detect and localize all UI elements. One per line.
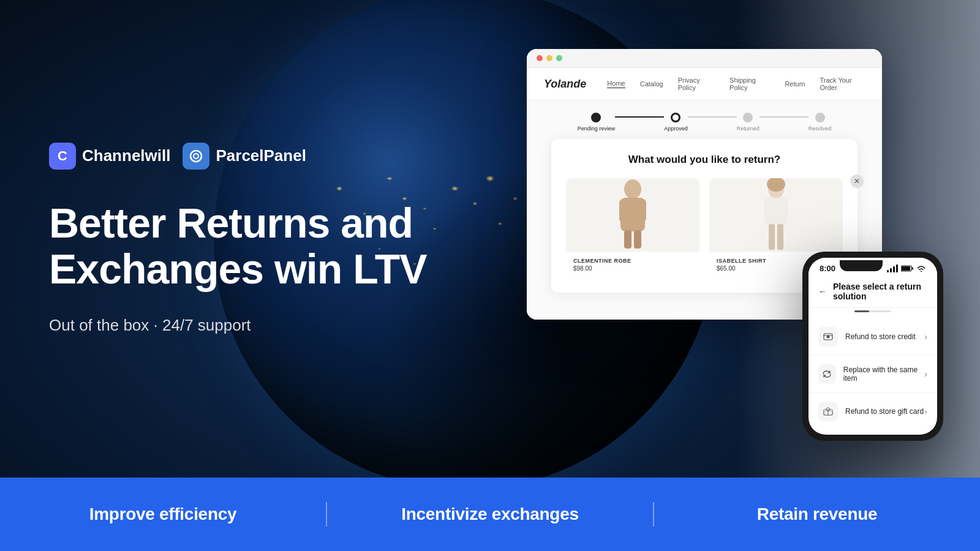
progress-line-1 bbox=[615, 116, 664, 118]
phone-time: 8:00 bbox=[820, 264, 835, 273]
bottom-label-revenue: Retain revenue bbox=[757, 504, 878, 524]
progress-line-3 bbox=[760, 116, 809, 118]
phone-status-bar: 8:00 bbox=[809, 258, 937, 276]
browser-dot-green bbox=[556, 55, 562, 61]
step-dot-resolved bbox=[815, 113, 825, 122]
parcelpanel-icon bbox=[183, 143, 209, 170]
option-store-credit[interactable]: Refund to store credit › bbox=[809, 318, 937, 356]
svg-point-1 bbox=[194, 154, 198, 159]
page-wrapper: C Channelwill ParcelPanel Better Returns… bbox=[0, 0, 980, 551]
bottom-item-3: Retain revenue bbox=[654, 504, 980, 524]
hero-subtitle: Out of the box · 24/7 support bbox=[49, 316, 429, 335]
svg-rect-4 bbox=[619, 199, 627, 222]
replace-icon bbox=[818, 364, 836, 384]
parcelpanel-brand: ParcelPanel bbox=[183, 143, 306, 170]
bottom-item-2: Incentivize exchanges bbox=[327, 504, 653, 524]
phone-mockup: 8:00 bbox=[802, 252, 943, 441]
nav-track[interactable]: Track Your Order bbox=[820, 77, 865, 91]
step-resolved: Resolved bbox=[809, 113, 832, 132]
nav-home[interactable]: Home bbox=[607, 80, 625, 88]
modal-close-button[interactable]: ✕ bbox=[850, 174, 864, 188]
phone-header: ← Please select a return solution bbox=[809, 276, 937, 308]
nav-return[interactable]: Return bbox=[785, 80, 805, 88]
svg-point-0 bbox=[190, 151, 202, 162]
brand-logos: C Channelwill ParcelPanel bbox=[49, 143, 429, 170]
store-nav: Yolande Home Catalog Privacy Policy Ship… bbox=[527, 68, 882, 100]
svg-rect-11 bbox=[764, 198, 770, 218]
bottom-item-1: Improve efficiency bbox=[0, 504, 326, 524]
svg-point-2 bbox=[624, 179, 641, 199]
step-label-returned: Returned bbox=[737, 126, 760, 132]
progress-line-2 bbox=[688, 116, 737, 118]
product-info-1: CLEMENTINE ROBE $98.00 bbox=[566, 252, 699, 278]
product-image-1 bbox=[566, 178, 699, 252]
bottom-label-exchanges: Incentivize exchanges bbox=[401, 504, 578, 524]
bottom-label-efficiency: Improve efficiency bbox=[89, 504, 236, 524]
nav-catalog[interactable]: Catalog bbox=[640, 80, 663, 88]
svg-rect-5 bbox=[639, 199, 646, 222]
hero-title: Better Returns and Exchanges win LTV bbox=[49, 200, 429, 292]
browser-dot-red bbox=[537, 55, 543, 61]
svg-rect-17 bbox=[912, 268, 913, 270]
step-dot-approved bbox=[671, 113, 680, 122]
parcelpanel-name: ParcelPanel bbox=[216, 146, 306, 165]
channelwill-icon: C bbox=[49, 143, 76, 170]
wifi-icon bbox=[916, 265, 926, 272]
option-text-replace: Replace with the same item bbox=[843, 365, 925, 383]
progress-track: Pending review Approved Returned bbox=[578, 113, 832, 132]
option-text-gift-card: Refund to store gift card bbox=[845, 407, 924, 416]
step-label-pending: Pending review bbox=[578, 126, 616, 132]
browser-dot-yellow bbox=[546, 55, 552, 61]
svg-rect-16 bbox=[902, 266, 910, 271]
browser-bar bbox=[527, 49, 882, 68]
modal-title: What would you like to return? bbox=[566, 154, 843, 166]
phone-screen-title: Please select a return solution bbox=[833, 282, 927, 301]
step-dot-pending bbox=[591, 113, 601, 122]
hero-section: C Channelwill ParcelPanel Better Returns… bbox=[0, 0, 980, 478]
option-replace-same[interactable]: Replace with the same item › bbox=[809, 356, 937, 393]
product-name-1: CLEMENTINE ROBE bbox=[573, 258, 692, 264]
step-approved: Approved bbox=[664, 113, 688, 132]
chevron-right-icon-1: › bbox=[924, 332, 927, 342]
svg-rect-12 bbox=[782, 198, 788, 218]
step-label-resolved: Resolved bbox=[809, 126, 832, 132]
step-returned: Returned bbox=[737, 113, 760, 132]
product-grid: CLEMENTINE ROBE $98.00 bbox=[566, 178, 843, 278]
chevron-right-icon-3: › bbox=[924, 407, 927, 416]
phone-icons bbox=[887, 264, 926, 272]
phone-inner: 8:00 bbox=[809, 258, 937, 435]
signal-bars-icon bbox=[887, 264, 898, 272]
product-price-1: $98.00 bbox=[573, 265, 692, 272]
bottom-bar: Improve efficiency Incentivize exchanges… bbox=[0, 478, 980, 551]
gift-card-icon bbox=[818, 402, 838, 421]
option-text-store-credit: Refund to store credit bbox=[845, 332, 916, 341]
step-pending: Pending review bbox=[578, 113, 616, 132]
battery-icon bbox=[901, 265, 913, 272]
nav-privacy[interactable]: Privacy Policy bbox=[678, 77, 715, 91]
back-arrow-icon[interactable]: ← bbox=[818, 287, 827, 296]
return-options-list: Refund to store credit › bbox=[809, 313, 937, 435]
product-card-1: CLEMENTINE ROBE $98.00 bbox=[566, 178, 699, 278]
step-dot-returned bbox=[743, 113, 753, 122]
nav-shipping[interactable]: Shipping Policy bbox=[729, 77, 770, 91]
svg-rect-6 bbox=[624, 230, 631, 249]
step-label-approved: Approved bbox=[664, 126, 688, 132]
channelwill-name: Channelwill bbox=[82, 146, 170, 165]
svg-rect-13 bbox=[769, 224, 775, 250]
chevron-right-icon-2: › bbox=[924, 369, 927, 379]
svg-rect-7 bbox=[634, 230, 641, 249]
progress-section: Pending review Approved Returned bbox=[527, 100, 882, 139]
channelwill-brand: C Channelwill bbox=[49, 143, 170, 170]
phone-notch bbox=[840, 260, 883, 271]
option-gift-card[interactable]: Refund to store gift card › bbox=[809, 393, 937, 430]
store-brand: Yolande bbox=[544, 78, 586, 91]
hero-mockups: Yolande Home Catalog Privacy Policy Ship… bbox=[527, 49, 943, 429]
svg-rect-14 bbox=[777, 224, 783, 250]
product-image-2 bbox=[709, 178, 843, 252]
store-credit-icon bbox=[818, 327, 838, 347]
hero-content-left: C Channelwill ParcelPanel Better Returns… bbox=[0, 106, 429, 372]
